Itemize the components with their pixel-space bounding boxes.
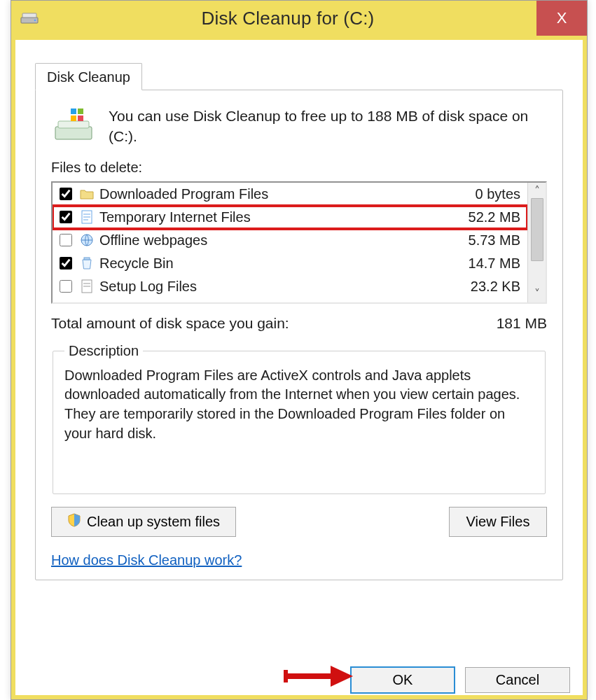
list-item-size: 5.73 MB (469, 232, 520, 248)
list-item-label: Temporary Internet Files (99, 209, 464, 225)
tab-panel: You can use Disk Cleanup to free up to 1… (35, 90, 563, 580)
list-item[interactable]: Recycle Bin14.7 MB (53, 252, 527, 275)
dialog-buttons: OK Cancel (350, 666, 570, 694)
log-file-icon (78, 278, 95, 295)
view-files-button[interactable]: View Files (449, 507, 547, 537)
scroll-thumb[interactable] (531, 198, 543, 261)
svg-rect-14 (84, 258, 90, 260)
list-item-label: Downloaded Program Files (99, 186, 471, 202)
clean-system-files-label: Clean up system files (87, 514, 220, 530)
cancel-button[interactable]: Cancel (465, 667, 570, 693)
svg-rect-6 (78, 108, 83, 114)
list-item-checkbox[interactable] (60, 257, 72, 270)
info-text: You can use Disk Cleanup to free up to 1… (109, 106, 547, 147)
list-item-label: Recycle Bin (99, 255, 464, 272)
list-item-label: Setup Log Files (99, 279, 466, 295)
recycle-bin-icon (78, 255, 95, 272)
files-listbox[interactable]: Downloaded Program Files0 bytesTemporary… (51, 181, 547, 304)
svg-rect-1 (22, 13, 36, 18)
folder-icon (78, 186, 95, 202)
list-item-size: 52.2 MB (469, 209, 520, 225)
window-border: Disk Cleanup (11, 36, 587, 699)
list-item-checkbox[interactable] (60, 211, 72, 223)
list-item[interactable]: Offline webpages5.73 MB (53, 229, 527, 252)
list-item-checkbox[interactable] (60, 234, 72, 246)
gain-row: Total amount of disk space you gain: 181… (51, 315, 547, 332)
list-item-size: 23.2 KB (471, 279, 520, 295)
info-row: You can use Disk Cleanup to free up to 1… (51, 106, 547, 147)
tab-label: Disk Cleanup (47, 69, 130, 85)
shield-icon (67, 513, 81, 531)
files-to-delete-label: Files to delete: (51, 160, 547, 176)
view-files-label: View Files (466, 514, 530, 530)
list-item[interactable]: Temporary Internet Files52.2 MB (53, 206, 527, 229)
drive-cleanup-icon (51, 106, 96, 145)
svg-rect-7 (71, 115, 76, 121)
drive-sys-icon (20, 10, 39, 26)
tabstrip: Disk Cleanup (35, 59, 563, 90)
list-item[interactable]: Downloaded Program Files0 bytes (53, 183, 527, 206)
offline-web-icon (78, 232, 95, 248)
svg-point-2 (34, 20, 36, 22)
description-group: Description Downloaded Program Files are… (53, 343, 546, 494)
svg-rect-4 (58, 121, 89, 128)
description-legend: Description (64, 343, 143, 359)
list-item-checkbox[interactable] (60, 280, 72, 293)
scroll-down-icon[interactable]: ˅ (528, 288, 546, 300)
annotation-arrow-icon (283, 663, 353, 690)
disk-cleanup-window: Disk Cleanup for (C:) X Disk Cleanup (11, 0, 588, 700)
svg-rect-8 (78, 115, 83, 121)
ok-label: OK (393, 672, 413, 688)
cancel-label: Cancel (496, 672, 539, 688)
scrollbar[interactable]: ˄ ˅ (527, 183, 546, 302)
close-icon: X (557, 9, 567, 27)
gain-value: 181 MB (497, 315, 547, 332)
close-button[interactable]: X (536, 1, 587, 36)
list-item-size: 14.7 MB (469, 255, 520, 272)
svg-rect-3 (55, 127, 92, 139)
gain-label: Total amount of disk space you gain: (51, 315, 497, 332)
window-title: Disk Cleanup for (C:) (39, 8, 536, 29)
description-text: Downloaded Program Files are ActiveX con… (64, 366, 534, 443)
help-link[interactable]: How does Disk Cleanup work? (51, 552, 242, 568)
client-area: Disk Cleanup (15, 40, 583, 695)
list-item-label: Offline webpages (99, 232, 464, 248)
svg-rect-5 (71, 108, 76, 114)
list-item[interactable]: Setup Log Files23.2 KB (53, 275, 527, 298)
tab-disk-cleanup[interactable]: Disk Cleanup (35, 63, 142, 90)
titlebar: Disk Cleanup for (C:) X (11, 1, 587, 36)
document-icon (78, 209, 95, 225)
ok-button[interactable]: OK (350, 666, 455, 694)
clean-system-files-button[interactable]: Clean up system files (51, 507, 236, 537)
list-item-checkbox[interactable] (60, 188, 72, 200)
scroll-up-icon[interactable]: ˄ (528, 186, 546, 197)
action-row: Clean up system files View Files (51, 507, 547, 537)
list-item-size: 0 bytes (476, 186, 520, 202)
